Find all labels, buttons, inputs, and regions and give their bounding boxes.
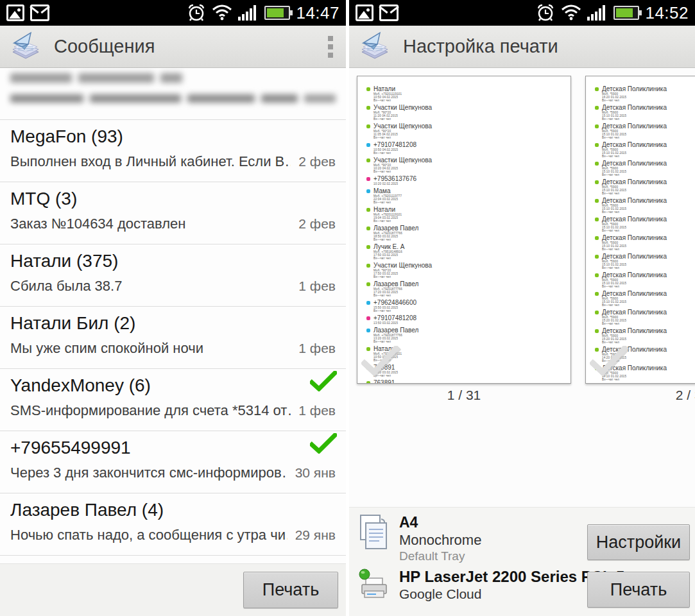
preview-meta-line: Вх—чат чел <box>373 99 402 102</box>
preview-meta-line: Вх—чат чел <box>373 170 432 173</box>
message-preview: Через 3 дня закончится смс-информиров… <box>10 465 287 481</box>
message-list-item[interactable]: MegaFon (93) Выполнен вход в Личный каби… <box>0 119 346 182</box>
preview-contact-name: Участки Щепкунова <box>373 262 432 269</box>
preview-meta-line: Вх—чат чел <box>373 117 432 121</box>
print-options-panel: A4 Monochrome Default Tray HP LaserJet 2… <box>349 507 695 616</box>
preview-meta-line: Вх—чат чел <box>602 266 667 270</box>
preview-contact-name: +79107481208 <box>373 314 416 321</box>
message-date: 2 фев <box>298 154 336 169</box>
preview-meta-line: Вх—чат чел <box>602 99 667 102</box>
gmail-notification-icon <box>30 4 49 21</box>
preview-contact-name: Детская Поликлиника <box>602 216 667 223</box>
preview-message-entry: +79107481208 13:50 03.02.2015 <box>366 314 567 325</box>
preview-contact-name: Детская Поликлиника <box>602 141 667 148</box>
selected-check-icon <box>310 371 337 394</box>
print-preview-area: Натали Моб. +7920111910110:50 04.02.2015… <box>349 68 695 384</box>
gallery-notification-icon <box>6 4 24 21</box>
message-type-icon <box>366 329 370 332</box>
message-list-item[interactable]: Натали (375) Сбила была 38.7 1 фев <box>0 244 346 306</box>
signal-strength-icon <box>587 5 608 21</box>
messages-screen: 14:47 Сообщения M <box>0 0 346 616</box>
color-mode-value: Monochrome <box>399 531 481 549</box>
message-type-icon <box>595 87 599 91</box>
status-time: 14:52 <box>645 3 689 23</box>
message-type-icon <box>366 143 370 147</box>
preview-message-entry: Детская Поликлиника Моб. *590015:10 01.0… <box>595 290 695 307</box>
preview-contact-name: Участки Щепкунова <box>373 157 432 164</box>
preview-message-entry: Мама Моб. +7920111977722:04 03.02.2015Вх… <box>366 187 567 204</box>
overflow-menu-icon[interactable] <box>324 32 337 62</box>
preview-meta-line: Вх—чат чел <box>602 229 667 232</box>
message-type-icon <box>366 264 370 268</box>
preview-contact-name: Участки Щепкунова <box>373 123 432 130</box>
message-title: +79655499991 <box>10 437 336 459</box>
message-type-icon <box>366 245 370 249</box>
preview-message-entry: Лучик Е. А Моб. +7951814891617:50 03.02.… <box>366 243 567 260</box>
message-preview: SMS-информирование для счета *5314 от… <box>10 402 291 419</box>
preview-message-entry: Детская Поликлиника Моб. *590015:10 01.0… <box>595 178 695 195</box>
message-type-icon <box>366 301 370 305</box>
message-list-item[interactable]: Лазарев Павел (4) Ночью спать надо, а со… <box>0 493 346 555</box>
preview-message-entry: Детская Поликлиника Моб. *590015:10 01.0… <box>595 123 695 139</box>
message-preview: Мы уже спим спокойной ночи <box>10 340 291 357</box>
message-type-icon <box>366 124 370 128</box>
preview-meta-line: 13:50 03.02.2015 <box>373 321 416 325</box>
preview-meta-line: Вх—чат чел <box>373 219 402 223</box>
message-type-icon <box>366 87 370 91</box>
preview-message-entry: Детская Поликлиника Моб. *590015:10 01.0… <box>595 141 695 158</box>
preview-contact-name: +79624846600 <box>373 299 416 306</box>
page-preview-1[interactable]: Натали Моб. +7920111910110:50 04.02.2015… <box>357 76 571 384</box>
preview-meta-line: Вх—чат чел <box>602 192 667 195</box>
message-list-item[interactable]: MTQ (3) Заказ №104634 доставлен 2 фев <box>0 182 346 244</box>
redacted-message-item[interactable] <box>0 68 346 119</box>
message-preview: Ночью спать надо, а сообщения с утра чи… <box>10 527 287 543</box>
preview-contact-name: Натали <box>373 206 402 213</box>
preview-message-entry: Детская Поликлиника Моб. *590015:10 01.0… <box>595 234 695 251</box>
message-list-item[interactable]: +79655499991 Через 3 дня закончится смс-… <box>0 431 346 493</box>
preview-message-entry: Детская Поликлиника Моб. *590015:10 01.0… <box>595 160 695 176</box>
preview-meta-line: Вх—чат чел <box>602 304 667 307</box>
message-type-icon <box>595 273 599 277</box>
message-preview: Сбила была 38.7 <box>10 278 291 295</box>
alarm-clock-icon <box>536 3 555 22</box>
preview-contact-name: Детская Поликлиника <box>602 123 667 130</box>
alarm-clock-icon <box>187 3 206 22</box>
message-type-icon <box>366 158 370 162</box>
print-button[interactable]: Печать <box>243 572 338 608</box>
message-list-item[interactable]: Натали Бил (2) Мы уже спим спокойной ноч… <box>0 306 346 368</box>
settings-button[interactable]: Настройки <box>587 524 690 560</box>
status-bar: 14:52 <box>349 0 695 26</box>
preview-meta-line: Вх—чат чел <box>373 151 416 155</box>
preview-meta-line: Вх—чат чел <box>602 285 667 288</box>
preview-contact-name: Детская Поликлиника <box>602 160 667 167</box>
preview-contact-name: Лучик Е. А <box>373 243 405 250</box>
message-title: MTQ (3) <box>10 188 336 210</box>
app-header: Настройка печати <box>349 26 695 68</box>
message-list-item[interactable]: YandexMoney (6) SMS-информирование для с… <box>0 368 346 431</box>
preview-contact-name: Детская Поликлиника <box>602 271 667 278</box>
page-preview-2[interactable]: Детская Поликлиника Моб. *590016:20 01.0… <box>585 76 695 384</box>
preview-contact-name: +79107481208 <box>373 141 416 148</box>
preview-message-entry: Натали Моб. +7920111910110:50 04.02.2015… <box>366 85 567 102</box>
message-type-icon <box>595 180 599 184</box>
message-type-icon <box>595 292 599 296</box>
screenshot-canvas: 14:47 Сообщения M <box>0 0 695 616</box>
preview-contact-name: Мама <box>373 187 402 194</box>
preview-contact-name: Детская Поликлиника <box>602 104 667 111</box>
preview-meta-line: Вх—чат чел <box>602 210 667 214</box>
message-type-icon <box>595 162 599 166</box>
preview-message-entry: +79536137676 10:20 02.02.2015 <box>366 175 567 185</box>
selected-check-icon <box>310 433 337 456</box>
preview-contact-name: Детская Поликлиника <box>602 234 667 241</box>
preview-message-entry: Участки Щепкунова Моб. *90*2011:20 04.02… <box>366 104 567 121</box>
preview-contact-name: Натали <box>373 85 402 92</box>
message-type-icon <box>595 329 599 333</box>
gmail-notification-icon <box>379 4 399 21</box>
print-button[interactable]: Печать <box>587 572 690 608</box>
message-title: Натали Бил (2) <box>10 312 336 334</box>
preview-contact-name: Детская Поликлиника <box>602 178 667 185</box>
message-date: 1 фев <box>298 341 336 356</box>
preview-meta-line: Вх—чат чел <box>602 136 667 139</box>
message-type-icon <box>366 227 370 230</box>
message-type-icon <box>595 106 599 110</box>
